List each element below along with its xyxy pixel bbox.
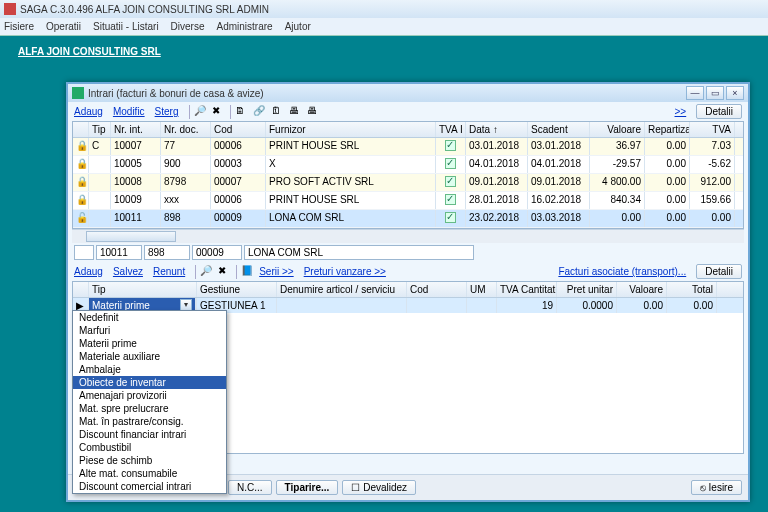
cell-den[interactable] [277,298,407,313]
filter-nrdoc[interactable] [144,245,190,260]
filter-nrint[interactable] [96,245,142,260]
menubar: Fisiere Operatii Situatii - Listari Dive… [0,18,768,36]
exit-icon: ⎋ [700,482,709,493]
col-nrint[interactable]: Nr. int. [111,122,161,137]
bcol-tip[interactable]: Tip [89,282,197,297]
col-rep[interactable]: Repartizat [645,122,690,137]
attach-icon[interactable]: 🔗 [253,105,267,119]
menu-diverse[interactable]: Diverse [171,21,205,32]
preturi-link[interactable]: Preturi vanzare >> [304,266,386,277]
binoculars-icon[interactable]: 🔎 [194,105,208,119]
col-furn[interactable]: Furnizor [266,122,436,137]
close-button[interactable]: × [726,86,744,100]
maximize-button[interactable]: ▭ [706,86,724,100]
dropdown-option[interactable]: Combustibil [73,441,226,454]
cell-cod[interactable] [407,298,467,313]
col-tva[interactable]: TVA [690,122,735,137]
col-val[interactable]: Valoare [590,122,645,137]
serii-link[interactable]: Serii >> [259,266,293,277]
col-cod[interactable]: Cod [211,122,266,137]
binoculars-icon[interactable]: 🔎 [200,265,214,279]
dropdown-option[interactable]: Alte mat. consumabile [73,467,226,480]
doc-icon[interactable]: 🗎 [235,105,249,119]
facturi-asociate-link[interactable]: Facturi asociate (transport)... [558,266,686,277]
dropdown-option[interactable]: Mat. spre prelucrare [73,402,226,415]
dropdown-option[interactable]: Piese de schimb [73,454,226,467]
company-link[interactable]: ALFA JOIN CONSULTING SRL [0,36,768,57]
filter-furn[interactable] [244,245,474,260]
table-row[interactable]: 🔒10008879800007PRO SOFT ACTIV SRL09.01.2… [73,174,743,192]
menu-ajutor[interactable]: Ajutor [285,21,311,32]
menu-situatii[interactable]: Situatii - Listari [93,21,159,32]
app-title: SAGA C.3.0.496 ALFA JOIN CONSULTING SRL … [20,4,269,15]
app-titlebar: SAGA C.3.0.496 ALFA JOIN CONSULTING SRL … [0,0,768,18]
dropdown-option[interactable]: Ambalaje [73,363,226,376]
bcol-um[interactable]: UM [467,282,497,297]
salvez-link[interactable]: Salvez [113,266,143,277]
bcol-tvac[interactable]: TVA Cantitate [497,282,557,297]
cell-pu[interactable]: 0.0000 [557,298,617,313]
table-row[interactable]: 🔓1001189800009LONA COM SRL23.02.201803.0… [73,210,743,228]
book-icon[interactable]: 📘 [241,265,255,279]
cell-val[interactable]: 0.00 [617,298,667,313]
print2-icon[interactable]: 🖶 [307,105,321,119]
col-nrdoc[interactable]: Nr. doc. [161,122,211,137]
separator [195,265,196,279]
bcol-val[interactable]: Valoare [617,282,667,297]
filter-tip[interactable] [74,245,94,260]
table-row[interactable]: 🔒1000590000003X04.01.201804.01.2018-29.5… [73,156,743,174]
filter-clear-icon[interactable]: ✖ [212,105,226,119]
dropdown-option[interactable]: Nedefinit [73,311,226,324]
dropdown-option[interactable]: Obiecte de inventar [73,376,226,389]
menu-operatii[interactable]: Operatii [46,21,81,32]
dropdown-option[interactable]: Mat. în pastrare/consig. [73,415,226,428]
dropdown-option[interactable]: Discount financiar intrari [73,428,226,441]
detalii-button[interactable]: Detalii [696,104,742,119]
bcol-den[interactable]: Denumire articol / serviciu [277,282,407,297]
renunt-link[interactable]: Renunt [153,266,185,277]
dropdown-option[interactable]: Amenajari provizorii [73,389,226,402]
tip-dropdown-list[interactable]: NedefinitMarfuriMaterii primeMateriale a… [72,310,227,494]
filter-cod[interactable] [192,245,242,260]
adaug-link[interactable]: Adaug [74,106,103,117]
cell-tvac[interactable]: 19 [497,298,557,313]
col-data[interactable]: Data ↑ [466,122,528,137]
devalidez-button[interactable]: ☐ Devalidez [342,480,416,495]
menu-administrare[interactable]: Administrare [217,21,273,32]
bcol-tot[interactable]: Total [667,282,717,297]
dropdown-option[interactable]: Materiale auxiliare [73,350,226,363]
modific-link[interactable]: Modific [113,106,145,117]
bcol-gest[interactable]: Gestiune [197,282,277,297]
bcol-cod[interactable]: Cod [407,282,467,297]
separator [230,105,231,119]
filter-clear-icon[interactable]: ✖ [218,265,232,279]
cell-um[interactable] [467,298,497,313]
toolbar-top: Adaug Modific Sterg 🔎 ✖ 🗎 🔗 🗓 🖶 🖶 >> Det… [68,102,748,121]
table-row[interactable]: 🔒C100077700006PRINT HOUSE SRL03.01.20180… [73,138,743,156]
col-tvai[interactable]: TVA I [436,122,466,137]
print-icon[interactable]: 🖶 [289,105,303,119]
adaug-link-2[interactable]: Adaug [74,266,103,277]
separator [236,265,237,279]
bcol-pu[interactable]: Pret unitar [557,282,617,297]
scroll-thumb[interactable] [86,231,176,242]
menu-fisiere[interactable]: Fisiere [4,21,34,32]
sterg-link[interactable]: Sterg [155,106,179,117]
h-scrollbar[interactable] [72,229,744,243]
col-scad[interactable]: Scadent [528,122,590,137]
filter-row [68,243,748,262]
nc-button[interactable]: N.C... [228,480,272,495]
arrows-link[interactable]: >> [675,106,687,117]
table-row[interactable]: 🔒10009xxx00006PRINT HOUSE SRL28.01.20181… [73,192,743,210]
dropdown-option[interactable]: Materii prime [73,337,226,350]
cell-tot[interactable]: 0.00 [667,298,717,313]
dropdown-option[interactable]: Marfuri [73,324,226,337]
grid-header: Tip Nr. int. Nr. doc. Cod Furnizor TVA I… [73,122,743,138]
col-tip[interactable]: Tip [89,122,111,137]
detalii-button-2[interactable]: Detalii [696,264,742,279]
tiparire-button[interactable]: Tiparire... [276,480,339,495]
calendar-icon[interactable]: 🗓 [271,105,285,119]
dropdown-option[interactable]: Discount comercial intrari [73,480,226,493]
iesire-button[interactable]: ⎋ Iesire [691,480,742,495]
minimize-button[interactable]: — [686,86,704,100]
